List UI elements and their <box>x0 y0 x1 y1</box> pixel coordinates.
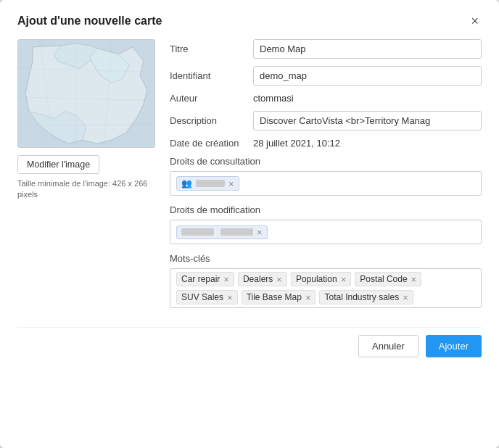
tag-remove-population[interactable]: × <box>341 275 347 284</box>
droits-consultation-input[interactable]: 👥 × <box>170 171 482 196</box>
tag-tile-base-map: Tile Base Map × <box>242 290 316 304</box>
tag-population: Population × <box>291 272 351 286</box>
tag-text <box>196 180 225 187</box>
description-label: Description <box>170 115 246 126</box>
tag-label: Tile Base Map <box>247 292 302 302</box>
identifiant-input[interactable] <box>253 66 482 86</box>
tag-label: Dealers <box>243 274 273 284</box>
dialog: Ajout d'une nouvelle carte × <box>0 0 499 448</box>
tag-total-industry-sales: Total Industry sales × <box>319 290 413 304</box>
submit-button[interactable]: Ajouter <box>426 335 482 357</box>
description-input[interactable] <box>253 111 482 130</box>
date-label: Date de création <box>170 138 246 149</box>
tag-label: Total Industry sales <box>324 292 399 302</box>
tag-label: Population <box>296 274 337 284</box>
left-panel: Modifier l'image Taille minimale de l'im… <box>17 39 155 317</box>
titre-label: Titre <box>170 43 246 54</box>
image-size-note: Taille minimale de l'image: 426 x 266 pi… <box>17 178 155 201</box>
tag-remove-car-repair[interactable]: × <box>223 275 229 284</box>
dialog-body: Modifier l'image Taille minimale de l'im… <box>17 39 482 317</box>
tag-postal-code: Postal Code × <box>355 272 421 286</box>
form-row-description: Description <box>170 111 482 130</box>
tag-consultation-1: 👥 × <box>176 176 239 191</box>
tag-remove-dealers[interactable]: × <box>276 275 282 284</box>
dialog-title: Ajout d'une nouvelle carte <box>17 14 162 28</box>
tag-text-1 <box>181 228 214 236</box>
close-button[interactable]: × <box>468 14 482 28</box>
titre-input[interactable] <box>253 39 482 59</box>
droits-modification-input[interactable]: × <box>170 220 482 244</box>
tag-text-2 <box>220 228 253 236</box>
mots-cles-section: Mots-clés Car repair × Dealers × Populat… <box>170 253 482 308</box>
tag-icon: 👥 <box>181 178 192 188</box>
droits-modification-section: Droits de modification × <box>170 204 482 244</box>
tag-label: SUV Sales <box>181 292 223 302</box>
tag-modification-1: × <box>176 225 268 239</box>
mots-cles-input[interactable]: Car repair × Dealers × Population × Post… <box>170 268 482 308</box>
identifiant-label: Identifiant <box>170 70 246 81</box>
auteur-label: Auteur <box>170 93 246 104</box>
dialog-footer: Annuler Ajouter <box>17 327 482 357</box>
droits-modification-label: Droits de modification <box>170 204 482 215</box>
tag-car-repair: Car repair × <box>176 272 234 286</box>
auteur-value: ctommasi <box>253 93 482 104</box>
form-row-auteur: Auteur ctommasi <box>170 93 482 104</box>
droits-consultation-label: Droits de consultation <box>170 156 482 167</box>
form-row-titre: Titre <box>170 39 482 59</box>
tag-remove-total-industry-sales[interactable]: × <box>403 293 408 302</box>
tag-remove-postal-code[interactable]: × <box>411 275 417 284</box>
tag-remove-tile-base-map[interactable]: × <box>305 293 311 302</box>
modify-image-button[interactable]: Modifier l'image <box>17 155 99 174</box>
tag-label: Postal Code <box>360 274 407 284</box>
tag-remove-button[interactable]: × <box>228 179 234 188</box>
map-preview <box>17 39 155 148</box>
date-value: 28 juillet 2021, 10:12 <box>253 138 482 149</box>
form-row-identifiant: Identifiant <box>170 66 482 86</box>
right-panel: Titre Identifiant Auteur ctommasi Descri… <box>170 39 482 317</box>
form-row-date: Date de création 28 juillet 2021, 10:12 <box>170 138 482 149</box>
cancel-button[interactable]: Annuler <box>358 335 418 357</box>
dialog-header: Ajout d'une nouvelle carte × <box>17 14 482 28</box>
droits-consultation-section: Droits de consultation 👥 × <box>170 156 482 196</box>
tag-dealers: Dealers × <box>238 272 287 286</box>
tag-suv-sales: SUV Sales × <box>176 290 238 304</box>
tag-label: Car repair <box>181 274 220 284</box>
tag-remove-suv-sales[interactable]: × <box>227 293 233 302</box>
mots-cles-label: Mots-clés <box>170 253 482 264</box>
tag-remove-button-2[interactable]: × <box>257 228 263 237</box>
